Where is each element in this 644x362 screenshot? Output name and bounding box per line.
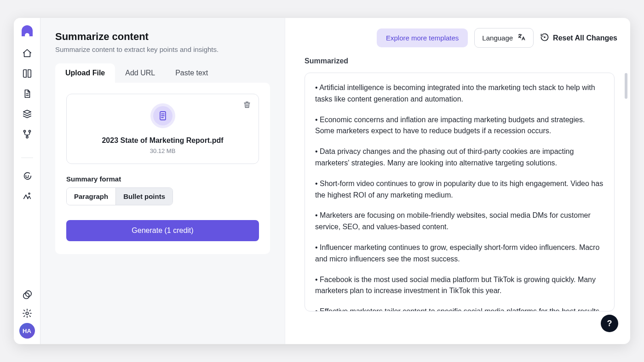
left-pane: Summarize content Summarize content to e… [40, 18, 285, 344]
format-paragraph[interactable]: Paragraph [67, 188, 115, 205]
summary-bullet: • Facebook is the most used social media… [315, 274, 604, 297]
stack-icon[interactable] [22, 109, 32, 119]
output-heading: Summarized [305, 57, 615, 65]
summary-format-label: Summary format [66, 175, 259, 183]
explore-templates-button[interactable]: Explore more templates [377, 28, 468, 47]
translate-icon [518, 33, 526, 43]
summary-bullet: • Short-form video continues to grow in … [315, 178, 604, 201]
summary-format-toggle: Paragraph Bullet points [66, 187, 173, 205]
scrollbar-thumb[interactable] [625, 73, 627, 99]
summary-bullet: • Marketers are focusing on mobile-frien… [315, 210, 604, 233]
output-area: Summarized • Artificial intelligence is … [298, 57, 617, 344]
tokens-icon[interactable] [22, 290, 32, 300]
reset-icon [540, 33, 549, 44]
library-icon[interactable] [22, 68, 32, 79]
summary-bullet: • Artificial intelligence is becoming in… [315, 82, 604, 105]
tab-add-url[interactable]: Add URL [115, 63, 165, 83]
summary-output[interactable]: • Artificial intelligence is becoming in… [305, 73, 615, 311]
page-subtitle: Summarize content to extract key points … [55, 45, 270, 53]
app-logo[interactable] [22, 25, 33, 36]
branch-icon[interactable] [22, 129, 32, 139]
uploaded-file: 2023 State of Marketing Report.pdf 30.12… [66, 94, 259, 164]
file-name: 2023 State of Marketing Report.pdf [102, 136, 223, 145]
chat-icon[interactable] [22, 171, 32, 181]
home-icon[interactable] [22, 48, 32, 58]
help-button[interactable]: ? [601, 315, 618, 332]
settings-icon[interactable] [22, 308, 32, 318]
svg-point-3 [25, 175, 26, 176]
main: Summarize content Summarize content to e… [40, 18, 630, 344]
delete-file-button[interactable] [243, 101, 251, 111]
page-title: Summarize content [55, 31, 270, 43]
document-icon[interactable] [22, 89, 32, 99]
format-bullet-points[interactable]: Bullet points [115, 188, 172, 205]
summary-bullet: • Influencer marketing continues to grow… [315, 242, 604, 265]
svg-point-10 [544, 37, 545, 38]
svg-point-8 [26, 312, 29, 315]
reset-label: Reset All Changes [553, 34, 617, 42]
file-type-icon [150, 103, 175, 128]
generate-button[interactable]: Generate (1 credit) [66, 220, 259, 241]
app-frame: HA Summarize content Summarize content t… [14, 18, 630, 344]
right-pane: Explore more templates Language Reset Al… [285, 18, 630, 344]
image-icon[interactable] [22, 191, 32, 201]
summary-bullet: • Effective marketers tailor content to … [315, 306, 604, 311]
input-tabs: Upload File Add URL Paste text [55, 63, 270, 83]
summary-bullet: • Data privacy changes and the phasing o… [315, 146, 604, 169]
summary-bullet: • Economic concerns and inflation are im… [315, 114, 604, 137]
language-button[interactable]: Language [474, 28, 534, 48]
tab-paste-text[interactable]: Paste text [165, 63, 218, 83]
input-card: 2023 State of Marketing Report.pdf 30.12… [55, 83, 270, 254]
reset-all-button[interactable]: Reset All Changes [540, 33, 617, 44]
file-size: 30.12 MB [150, 147, 176, 154]
language-label: Language [482, 34, 513, 42]
avatar[interactable]: HA [19, 323, 35, 339]
sidebar-nav [21, 48, 33, 201]
svg-point-5 [29, 193, 30, 194]
top-actions: Explore more templates Language Reset Al… [298, 28, 617, 48]
sidebar: HA [14, 18, 40, 344]
tab-upload-file[interactable]: Upload File [55, 63, 115, 83]
svg-point-4 [28, 175, 29, 176]
sidebar-divider [21, 158, 33, 158]
